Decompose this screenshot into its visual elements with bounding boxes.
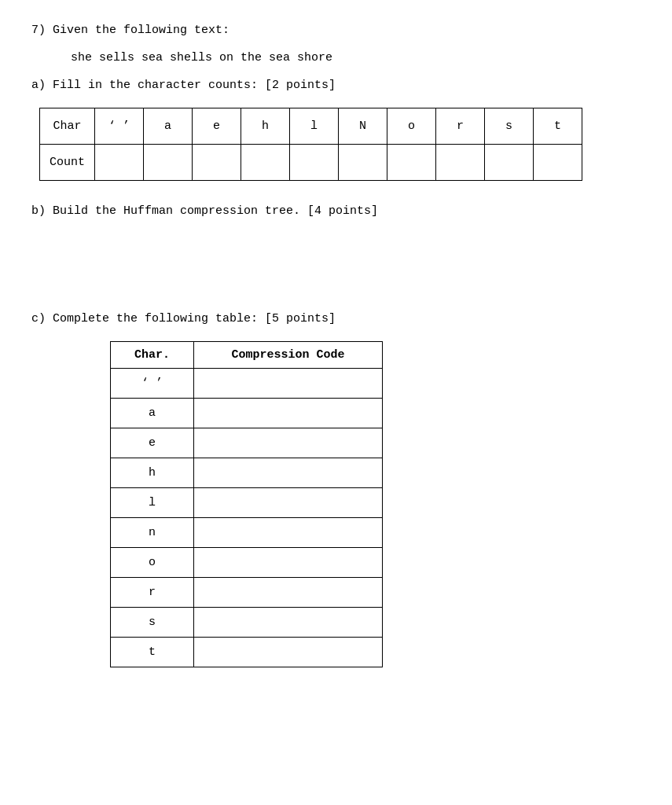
compression-char-7: r	[111, 578, 194, 608]
compression-row-8: s	[111, 608, 383, 638]
part-a: a) Fill in the character counts: [2 poin…	[31, 79, 641, 92]
compression-row-4: l	[111, 488, 383, 518]
compression-code-3[interactable]	[194, 458, 383, 488]
count-cell-h[interactable]	[241, 145, 290, 181]
question-number: 7) Given the following text:	[31, 24, 641, 37]
part-b-label: b)	[31, 204, 46, 218]
compression-char-9: t	[111, 638, 194, 667]
compression-code-8[interactable]	[194, 608, 383, 638]
compression-char-6: o	[111, 548, 194, 578]
compression-row-3: h	[111, 458, 383, 488]
compression-code-0[interactable]	[194, 369, 383, 399]
char-cell-a: a	[144, 108, 193, 145]
compression-char-5: n	[111, 518, 194, 548]
count-cell-l[interactable]	[290, 145, 339, 181]
char-cell-r: r	[436, 108, 485, 145]
part-c-label: c)	[31, 312, 46, 325]
compression-char-3: h	[111, 458, 194, 488]
char-cell-l: l	[290, 108, 339, 145]
compression-row-0: ‘ ’	[111, 369, 383, 399]
count-cell-e[interactable]	[193, 145, 241, 181]
compression-char-8: s	[111, 608, 194, 638]
compression-code-1[interactable]	[194, 399, 383, 428]
char-cell-s: s	[485, 108, 534, 145]
char-cell-space: ‘ ’	[95, 108, 144, 145]
char-cell-n: N	[339, 108, 387, 145]
question-number-label: 7)	[31, 24, 46, 37]
char-cell-t: t	[534, 108, 582, 145]
count-cell-n[interactable]	[339, 145, 387, 181]
count-cell-a[interactable]	[144, 145, 193, 181]
part-b: b) Build the Huffman compression tree. […	[31, 204, 641, 218]
part-b-instruction: Build the Huffman compression tree. [4 p…	[53, 204, 378, 218]
count-cell-space[interactable]	[95, 145, 144, 181]
compression-char-2: e	[111, 428, 194, 458]
compression-char-4: l	[111, 488, 194, 518]
compression-col2-header: Compression Code	[194, 342, 383, 369]
compression-row-9: t	[111, 638, 383, 667]
compression-code-2[interactable]	[194, 428, 383, 458]
compression-row-2: e	[111, 428, 383, 458]
compression-char-0: ‘ ’	[111, 369, 194, 399]
part-a-label: a)	[31, 79, 46, 92]
char-count-table: Char ‘ ’ a e h l N o r s t Count	[39, 108, 582, 181]
compression-row-1: a	[111, 399, 383, 428]
char-row-label: Char	[40, 108, 95, 145]
compression-row-7: r	[111, 578, 383, 608]
compression-code-6[interactable]	[194, 548, 383, 578]
compression-code-4[interactable]	[194, 488, 383, 518]
compression-code-9[interactable]	[194, 638, 383, 667]
count-row: Count	[40, 145, 582, 181]
sample-text: she sells sea shells on the sea shore	[71, 51, 641, 64]
question-intro: Given the following text:	[53, 24, 230, 37]
count-cell-r[interactable]	[436, 145, 485, 181]
count-row-label: Count	[40, 145, 95, 181]
count-cell-s[interactable]	[485, 145, 534, 181]
compression-header-row: Char. Compression Code	[111, 342, 383, 369]
count-cell-o[interactable]	[387, 145, 436, 181]
part-a-instruction: Fill in the character counts: [2 points]	[53, 79, 336, 92]
part-c: c) Complete the following table: [5 poin…	[31, 312, 641, 667]
char-cell-h: h	[241, 108, 290, 145]
part-c-header: c) Complete the following table: [5 poin…	[31, 312, 641, 325]
char-row: Char ‘ ’ a e h l N o r s t	[40, 108, 582, 145]
count-cell-t[interactable]	[534, 145, 582, 181]
compression-char-1: a	[111, 399, 194, 428]
compression-code-5[interactable]	[194, 518, 383, 548]
part-c-instruction: Complete the following table: [5 points]	[53, 312, 336, 325]
char-cell-e: e	[193, 108, 241, 145]
char-cell-o: o	[387, 108, 436, 145]
compression-row-6: o	[111, 548, 383, 578]
compression-row-5: n	[111, 518, 383, 548]
compression-col1-header: Char.	[111, 342, 194, 369]
compression-code-7[interactable]	[194, 578, 383, 608]
compression-table: Char. Compression Code ‘ ’aehlnorst	[110, 341, 383, 667]
